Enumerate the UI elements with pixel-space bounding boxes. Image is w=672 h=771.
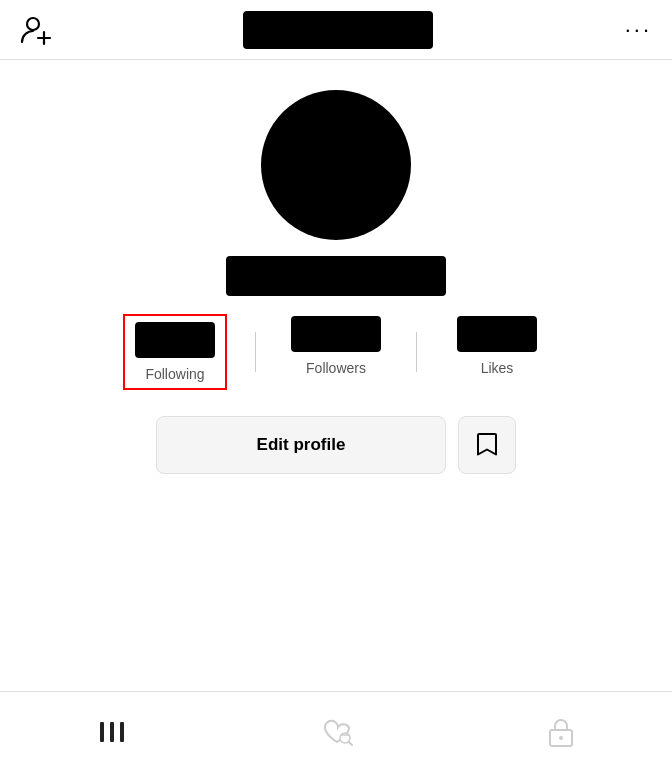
bookmark-icon — [476, 432, 498, 458]
following-count — [135, 322, 215, 358]
add-user-button[interactable] — [20, 14, 52, 46]
stat-divider-1 — [255, 332, 256, 372]
username-bar — [243, 11, 433, 49]
svg-line-7 — [349, 742, 352, 745]
action-buttons: Edit profile — [156, 416, 516, 474]
likes-count — [457, 316, 537, 352]
grid-icon — [98, 718, 126, 746]
more-options-button[interactable]: ··· — [625, 17, 652, 43]
svg-point-10 — [559, 736, 563, 740]
following-stat[interactable]: Following — [125, 316, 225, 388]
likes-label: Likes — [481, 360, 514, 376]
lock-icon — [548, 717, 574, 747]
svg-point-0 — [27, 18, 39, 30]
svg-rect-5 — [120, 722, 124, 742]
profile-section: Following Followers Likes Edit profile — [0, 60, 672, 474]
display-name — [226, 256, 446, 296]
svg-rect-4 — [110, 722, 114, 742]
likes-stat[interactable]: Likes — [447, 316, 547, 376]
following-label: Following — [145, 366, 204, 382]
heart-eye-icon — [321, 718, 353, 746]
followers-stat[interactable]: Followers — [286, 316, 386, 376]
stat-divider-2 — [416, 332, 417, 372]
followers-label: Followers — [306, 360, 366, 376]
activity-nav-button[interactable] — [321, 718, 353, 746]
edit-profile-button[interactable]: Edit profile — [156, 416, 446, 474]
bottom-nav — [0, 691, 672, 771]
grid-nav-button[interactable] — [98, 718, 126, 746]
followers-count — [291, 316, 381, 352]
lock-nav-button[interactable] — [548, 717, 574, 747]
bookmark-button[interactable] — [458, 416, 516, 474]
avatar — [261, 90, 411, 240]
top-nav: ··· — [0, 0, 672, 60]
svg-rect-3 — [100, 722, 104, 742]
stats-row: Following Followers Likes — [125, 316, 547, 388]
